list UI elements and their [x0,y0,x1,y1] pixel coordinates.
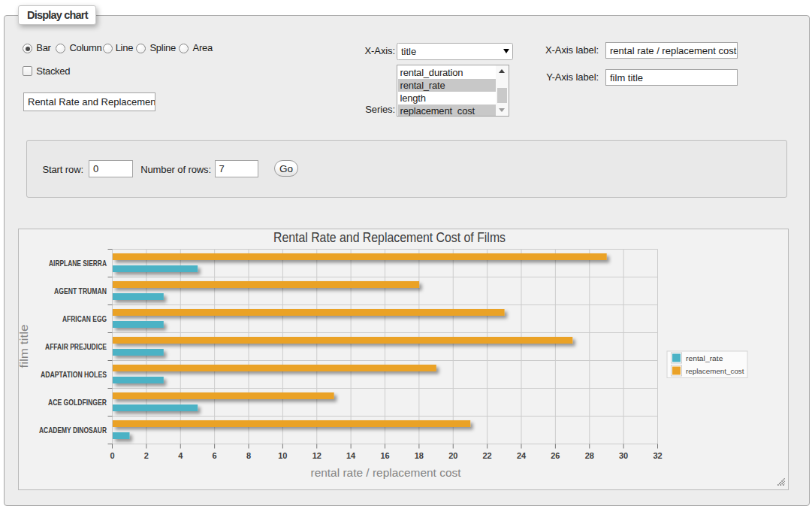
svg-text:AFRICAN EGG: AFRICAN EGG [62,315,107,323]
svg-text:rental_rate: rental_rate [686,354,723,362]
svg-text:10: 10 [278,451,287,460]
svg-text:2: 2 [144,451,149,460]
svg-text:AGENT TRUMAN: AGENT TRUMAN [54,287,107,295]
svg-text:22: 22 [483,451,492,460]
svg-text:32: 32 [653,451,662,460]
svg-text:28: 28 [585,451,594,460]
svg-text:film title: film title [19,324,30,368]
svg-text:30: 30 [619,451,628,460]
svg-text:4: 4 [178,451,183,460]
svg-text:AIRPLANE SIERRA: AIRPLANE SIERRA [49,259,107,268]
svg-text:20: 20 [448,451,457,460]
svg-text:ACADEMY DINOSAUR: ACADEMY DINOSAUR [39,426,107,435]
svg-text:26: 26 [551,451,560,460]
svg-text:ADAPTATION HOLES: ADAPTATION HOLES [41,371,107,379]
svg-text:6: 6 [213,451,217,460]
svg-text:replacement_cost: replacement_cost [686,367,744,375]
svg-text:0: 0 [110,451,114,460]
svg-text:16: 16 [380,451,389,460]
svg-text:rental rate / replacement cost: rental rate / replacement cost [311,467,461,479]
svg-text:Rental Rate and Replacement Co: Rental Rate and Replacement Cost of Film… [273,229,506,245]
svg-text:14: 14 [346,451,356,460]
svg-text:18: 18 [415,451,424,460]
svg-text:8: 8 [246,451,251,460]
svg-text:24: 24 [517,451,527,460]
svg-text:12: 12 [312,451,321,460]
svg-text:AFFAIR PREJUDICE: AFFAIR PREJUDICE [45,343,107,351]
svg-text:ACE GOLDFINGER: ACE GOLDFINGER [48,398,107,407]
